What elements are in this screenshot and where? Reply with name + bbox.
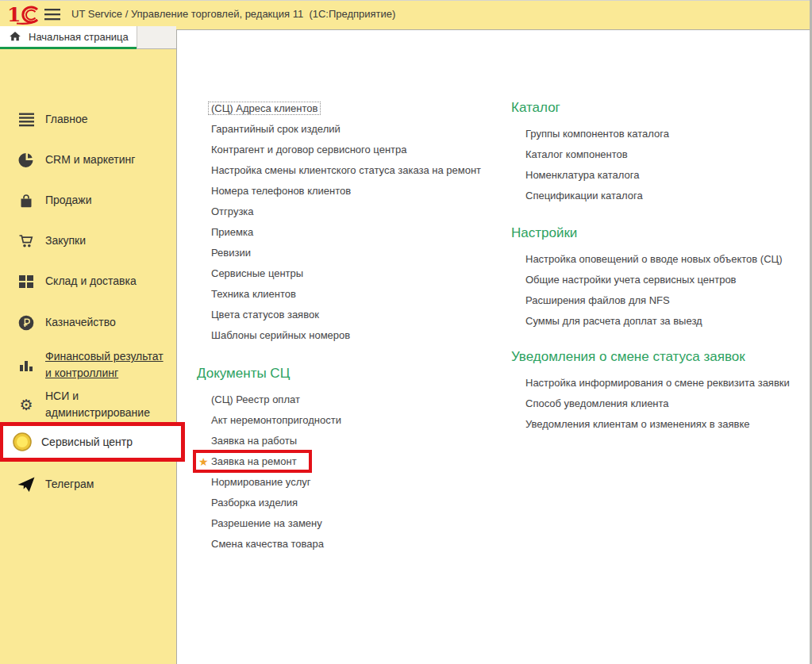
window-title: UT Service / Управление торговлей, редак… <box>71 1 395 27</box>
nav-link[interactable]: Приемка <box>197 222 514 243</box>
menu-lines-icon <box>16 112 37 128</box>
sidebar-item-nsi-administrirovanie[interactable]: ⚙ НСИ и администрирование <box>0 388 176 421</box>
sidebar-sections: Главное CRM и маркетинг Продажи Закупки <box>0 49 176 664</box>
sidebar-item-kaznacheystvo[interactable]: Казначейство <box>0 314 176 331</box>
nav-link[interactable]: Настройка смены клиентского статуса зака… <box>197 160 514 181</box>
nav-link[interactable]: Расширения файлов для NFS <box>511 290 811 311</box>
app-window: 1 UT Service / Управление торговлей, ред… <box>0 0 812 664</box>
nav-link[interactable]: Номенклатура каталога <box>511 165 811 186</box>
home-icon <box>9 30 21 43</box>
sidebar-item-zakupki[interactable]: Закупки <box>0 232 176 249</box>
nav-link[interactable]: Смена качества товара <box>197 534 514 555</box>
start-page-panel: (СЦ) Адреса клиентов Гарантийный срок из… <box>176 29 812 664</box>
sidebar-item-label: Телеграм <box>45 476 171 493</box>
sidebar-item-sklad[interactable]: Склад и доставка <box>0 273 176 290</box>
sidebar-item-finrezultat[interactable]: Финансовый результат и контроллинг <box>0 348 176 382</box>
sidebar-item-label: Закупки <box>45 232 171 249</box>
sidebar-item-label: Финансовый результат и контроллинг <box>45 348 171 382</box>
nav-link[interactable]: Настройка оповещений о вводе новых объек… <box>511 249 811 270</box>
tab-strip: Начальная страница <box>0 26 176 49</box>
tab-label: Начальная страница <box>29 31 129 43</box>
section-header-dokumenty-sc: Документы СЦ <box>197 364 514 383</box>
main-menu-burger-icon[interactable] <box>44 6 60 22</box>
sidebar-item-glavnoe[interactable]: Главное <box>0 111 176 128</box>
nav-link[interactable]: Номера телефонов клиентов <box>197 181 514 202</box>
nav-link[interactable]: Цвета статусов заявок <box>197 305 514 325</box>
nav-link[interactable]: Заявка на работы <box>197 431 514 451</box>
nav-link[interactable]: Ревизии <box>197 243 514 263</box>
sidebar-item-crm[interactable]: CRM и маркетинг <box>0 152 176 168</box>
nav-link[interactable]: Контрагент и договор сервисного центра <box>197 140 514 160</box>
nav-link[interactable]: Настройка информирования о смене реквизи… <box>511 373 811 393</box>
section-links: Настройка информирования о смене реквизи… <box>511 373 811 435</box>
sidebar-item-label: CRM и маркетинг <box>45 152 171 168</box>
nav-link[interactable]: Спецификации каталога <box>511 186 811 206</box>
nav-link[interactable]: (СЦ) Реестр оплат <box>197 390 514 410</box>
gear-icon: ⚙ <box>16 397 37 413</box>
1c-logo-icon: 1 <box>6 3 43 25</box>
nav-link[interactable]: Гарантийный срок изделий <box>197 119 514 140</box>
favorite-star-icon: ★ <box>198 451 209 472</box>
nav-link[interactable]: Акт неремонтопригодности <box>197 410 514 431</box>
sidebar-item-label: Сервисный центр <box>41 434 167 451</box>
nav-link[interactable]: Каталог компонентов <box>511 144 811 165</box>
title-bar: 1 UT Service / Управление торговлей, ред… <box>0 0 812 26</box>
section-header-katalog: Каталог <box>511 98 811 117</box>
yellow-circle-icon <box>12 432 33 452</box>
bar-chart-icon <box>16 357 37 373</box>
telegram-icon <box>16 475 37 493</box>
sidebar-item-servisnyy-tsentr[interactable]: Сервисный центр <box>0 422 185 462</box>
nav-link[interactable]: Шаблоны серийных номеров <box>197 325 514 346</box>
nav-link[interactable]: (СЦ) Адреса клиентов <box>197 98 514 119</box>
cart-icon <box>16 233 37 249</box>
bag-icon <box>16 193 37 209</box>
sidebar-item-label: НСИ и администрирование <box>45 388 171 421</box>
nav-link[interactable]: Общие настройки учета сервисных центров <box>511 270 811 290</box>
content-left-column: (СЦ) Адреса клиентов Гарантийный срок из… <box>197 98 514 555</box>
pie-chart-icon <box>16 152 37 168</box>
sidebar-item-label: Казначейство <box>45 314 171 331</box>
nav-link[interactable]: Техника клиентов <box>197 284 514 305</box>
content-right-column: Каталог Группы компонентов каталога Ката… <box>511 98 811 435</box>
section-links: Настройка оповещений о вводе новых объек… <box>511 249 811 332</box>
nav-link-label: Заявка на ремонт <box>211 455 297 467</box>
sidebar-item-telegram[interactable]: Телеграм <box>0 475 176 493</box>
nav-link[interactable]: Нормирование услуг <box>197 472 514 493</box>
nav-link[interactable]: Отгрузка <box>197 202 514 222</box>
tab-home-page[interactable]: Начальная страница <box>0 26 137 49</box>
nav-link[interactable]: Уведомления клиентам о изменениях в заяв… <box>511 414 811 435</box>
section-links: (СЦ) Реестр оплат Акт неремонтопригоднос… <box>197 390 514 555</box>
section-links: Группы компонентов каталога Каталог комп… <box>511 124 811 206</box>
nav-link[interactable]: Сервисные центры <box>197 263 514 284</box>
sidebar-item-label: Продажи <box>45 192 171 209</box>
section-header-uvedomleniya: Уведомления о смене статуса заявок <box>511 347 811 367</box>
nav-link[interactable]: Разрешение на замену <box>197 513 514 534</box>
section-header-nastroyki: Настройки <box>511 224 811 243</box>
svg-text:1: 1 <box>7 3 21 25</box>
tab-strip-empty-area <box>137 26 176 49</box>
ruble-icon <box>16 315 37 331</box>
sidebar-item-label: Главное <box>45 111 171 128</box>
focused-nav-link[interactable]: (СЦ) Адреса клиентов <box>208 102 321 115</box>
nav-link-zayavka-na-remont[interactable]: ★ Заявка на ремонт <box>197 451 514 472</box>
nav-link[interactable]: Разборка изделия <box>197 493 514 513</box>
sidebar-item-label: Склад и доставка <box>45 273 171 290</box>
boxes-icon <box>16 274 37 290</box>
sidebar-item-prodazhi[interactable]: Продажи <box>0 192 176 209</box>
nav-link[interactable]: Группы компонентов каталога <box>511 124 811 144</box>
nav-link[interactable]: Суммы для расчета доплат за выезд <box>511 311 811 332</box>
gear-glyph: ⚙ <box>19 397 33 413</box>
nav-link[interactable]: Способ уведомления клиента <box>511 393 811 414</box>
